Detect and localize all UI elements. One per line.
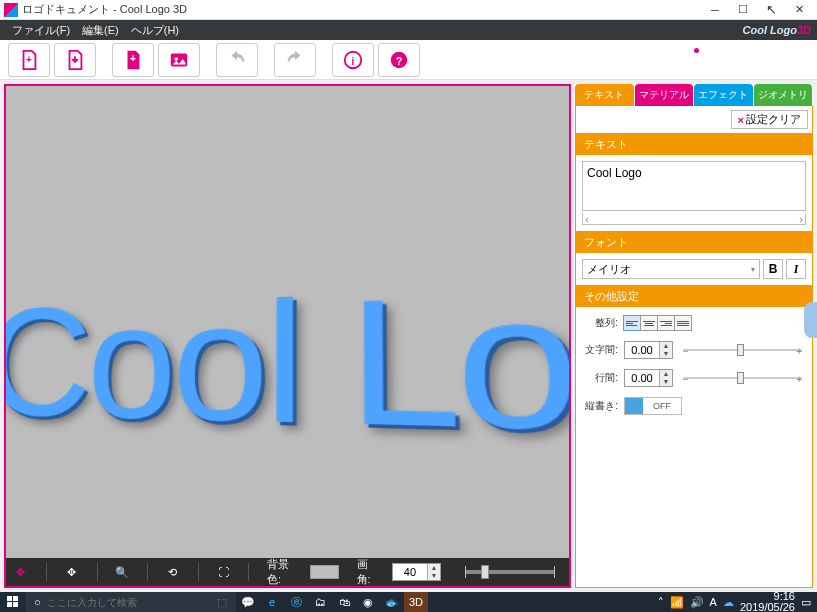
pan-icon[interactable]: ✥ [65,562,79,582]
line-spacing-slider[interactable]: −+ [683,377,802,379]
coollogo3d-taskbar-icon[interactable]: 3D [404,592,428,612]
align-label: 整列: [582,316,618,330]
window-title: ロゴドキュメント - Cool Logo 3D [22,2,701,17]
notification-dot-icon [694,48,699,53]
viewport-toolbar: ✥ ✥ 🔍 ⟲ ⛶ 背景色: 画角: ▲▼ [6,558,569,586]
bg-color-label: 背景色: [267,557,292,587]
char-spacing-spinner[interactable]: ▲▼ [624,341,673,359]
ie-icon[interactable]: ⓔ [284,592,308,612]
svg-rect-9 [13,596,18,601]
tab-material[interactable]: マテリアル [635,84,694,106]
svg-point-3 [174,57,178,61]
panel-collapse-handle[interactable] [804,302,817,338]
store-icon[interactable]: 🛍 [332,592,356,612]
align-right-button[interactable] [657,315,675,331]
svg-rect-10 [7,602,12,607]
vertical-writing-toggle[interactable]: OFF [624,397,682,415]
open-document-button[interactable] [54,43,96,77]
start-button[interactable] [0,592,26,612]
toggle-off-label: OFF [643,401,681,411]
angle-up[interactable]: ▲ [428,564,440,572]
info-button[interactable]: i [332,43,374,77]
brand-logo: Cool Logo3D [743,24,811,36]
char-spacing-input[interactable] [625,344,659,356]
rotate-icon[interactable]: ⟲ [166,562,180,582]
menu-file[interactable]: ファイル(F) [6,21,76,40]
angle-spinner[interactable]: ▲▼ [392,563,441,581]
bg-color-swatch[interactable] [310,565,338,579]
angle-label: 画角: [357,557,374,587]
svg-text:+: + [130,52,136,63]
line-spacing-input[interactable] [625,372,659,384]
svg-rect-11 [13,602,18,607]
svg-text:i: i [352,55,355,66]
text-hscroll[interactable]: ‹› [582,213,806,225]
tray-weather-icon[interactable]: ☁ [723,596,734,609]
tray-network-icon[interactable]: 📶 [670,596,684,609]
angle-input[interactable] [393,566,427,578]
edge-icon[interactable]: e [260,592,284,612]
char-spacing-label: 文字間: [582,343,618,357]
menu-edit[interactable]: 編集(E) [76,21,125,40]
tray-date: 2019/05/26 [740,602,795,612]
move-xy-icon[interactable]: ✥ [14,562,28,582]
angle-down[interactable]: ▼ [428,572,440,580]
app1-icon[interactable]: 🐟 [380,592,404,612]
taskbar-search[interactable]: ○ ⬚ [26,592,236,612]
svg-rect-8 [7,596,12,601]
section-text-header: テキスト [576,134,812,155]
italic-button[interactable]: I [786,259,806,279]
logo-text-input[interactable]: Cool Logo [582,161,806,211]
main-toolbar: + + i ? [0,40,817,80]
close-button[interactable]: ✕ [785,1,813,19]
bold-button[interactable]: B [763,259,783,279]
help-button[interactable]: ? [378,43,420,77]
app-icon [4,3,18,17]
minimize-button[interactable]: ─ [701,1,729,19]
export-image-button[interactable] [158,43,200,77]
taskbar-search-input[interactable] [47,597,217,608]
chrome-icon[interactable]: ◉ [356,592,380,612]
zoom-icon[interactable]: 🔍 [115,562,129,582]
vertical-writing-label: 縦書き: [582,399,618,413]
clear-settings-button[interactable]: ×設定クリア [731,110,808,129]
font-select[interactable]: メイリオ▾ [582,259,760,279]
line-spacing-label: 行間: [582,371,618,385]
font-name-label: メイリオ [587,262,631,277]
fit-icon[interactable]: ⛶ [216,562,230,582]
tab-geometry[interactable]: ジオメトリ [754,84,813,106]
panel-tabs: テキスト マテリアル エフェクト ジオメトリ [575,84,813,106]
char-spacing-slider[interactable]: −+ [683,349,802,351]
side-panel: テキスト マテリアル エフェクト ジオメトリ ×設定クリア テキスト Cool … [575,84,813,588]
3d-viewport[interactable]: Cool Logo ✥ ✥ 🔍 ⟲ ⛶ 背景色: 画角: ▲▼ [4,84,571,588]
tray-chevron-icon[interactable]: ˄ [658,596,664,609]
toggle-knob [625,398,643,414]
tray-clock[interactable]: 9:16 2019/05/26 [740,591,795,612]
section-other-header: その他設定 [576,286,812,307]
titlebar: ロゴドキュメント - Cool Logo 3D ─ ☐ ↖ ✕ [0,0,817,20]
line-spacing-spinner[interactable]: ▲▼ [624,369,673,387]
align-justify-button[interactable] [674,315,692,331]
menu-help[interactable]: ヘルプ(H) [125,21,185,40]
svg-text:+: + [26,53,32,64]
tray-input-icon[interactable]: A [710,596,717,608]
tray-notifications-icon[interactable]: ▭ [801,596,811,609]
windows-taskbar: ○ ⬚ 💬 e ⓔ 🗂 🛍 ◉ 🐟 3D ˄ 📶 🔊 A ☁ 9:16 2019… [0,592,817,612]
maximize-button[interactable]: ☐ [729,1,757,19]
save-document-button[interactable]: + [112,43,154,77]
new-document-button[interactable]: + [8,43,50,77]
align-center-button[interactable] [640,315,658,331]
tab-effect[interactable]: エフェクト [694,84,753,106]
explorer-icon[interactable]: 🗂 [308,592,332,612]
clear-settings-label: 設定クリア [746,112,801,127]
svg-text:?: ? [396,55,402,66]
cursor-icon: ↖ [757,1,785,19]
redo-button[interactable] [274,43,316,77]
section-font-header: フォント [576,232,812,253]
tab-text[interactable]: テキスト [575,84,634,106]
cortana-icon[interactable]: 💬 [236,592,260,612]
undo-button[interactable] [216,43,258,77]
tray-volume-icon[interactable]: 🔊 [690,596,704,609]
angle-slider[interactable] [465,570,555,574]
align-left-button[interactable] [623,315,641,331]
